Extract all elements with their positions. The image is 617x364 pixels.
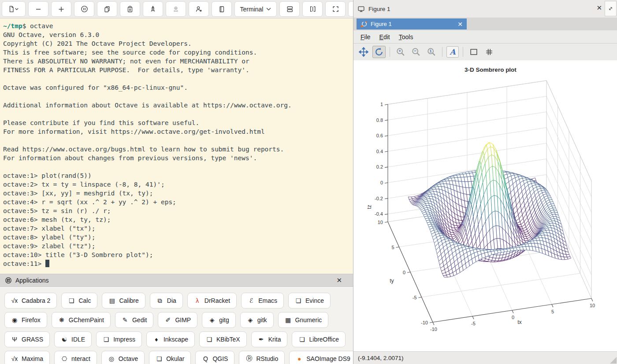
- app-button-firefox[interactable]: ◉Firefox: [4, 312, 47, 328]
- app-button-impress[interactable]: ❏Impress: [96, 331, 142, 347]
- paste-icon: [126, 6, 134, 13]
- app-button-kbibtex[interactable]: ❏KBibTeX: [199, 331, 247, 347]
- svg-text:5: 5: [391, 245, 394, 250]
- app-row: √xCadabra 2❏Calc▤Calibre⧉DiaλDrRacketℰEm…: [4, 293, 349, 309]
- sombrero-mesh-plot: -10-505101050-5-1010.80.60.40.20-0.2-0.4…: [353, 60, 617, 351]
- detach-window-button[interactable]: [605, 1, 617, 16]
- new-tab-button[interactable]: [2, 1, 26, 17]
- toggle-grid-button[interactable]: [483, 46, 496, 58]
- terminal-line: There is ABSOLUTELY NO WARRANTY; not eve…: [3, 57, 353, 66]
- kill-button[interactable]: [166, 1, 186, 17]
- figure-pane-close-button[interactable]: ✕: [596, 4, 602, 12]
- app-button-inkscape[interactable]: ♦Inkscape: [146, 331, 195, 347]
- app-button-rstudio[interactable]: ⓇRStudio: [239, 351, 285, 364]
- rotate-tool-button[interactable]: [372, 46, 386, 58]
- prompt-path: ~/tmp: [3, 22, 22, 29]
- math-sqrt-icon: √x: [11, 297, 18, 304]
- split-vertical-button[interactable]: [302, 1, 323, 17]
- app-button-saoimage-ds9[interactable]: ●SAOImage DS9: [289, 351, 353, 364]
- autoscale-tool-button[interactable]: 1: [425, 46, 438, 58]
- terminal-cursor: [45, 260, 49, 267]
- app-button-cadabra-2[interactable]: √xCadabra 2: [4, 293, 57, 309]
- app-button-gitg[interactable]: ◈gitg: [202, 312, 236, 328]
- app-button-calc[interactable]: ❏Calc: [61, 293, 97, 309]
- lambda-icon: λ: [194, 297, 201, 304]
- terminal-line: octave:1> plot(rand(5)): [3, 171, 353, 180]
- app-button-grass[interactable]: ΨGRASS: [4, 331, 50, 347]
- figure-toolbar: + − 1 A: [353, 44, 617, 60]
- fullscreen-icon: [332, 5, 339, 13]
- terminal-line: This is free software; see the source co…: [3, 48, 353, 57]
- cursor-coordinates: (-9.1404, 2.0071): [358, 355, 404, 361]
- pan-icon: [359, 47, 368, 57]
- svg-text:0: 0: [512, 315, 514, 320]
- app-label: Gnumeric: [295, 316, 322, 324]
- terminal-pane: Terminal ~/tmp$ octave GNU Octave, versi…: [0, 0, 353, 364]
- zoom-in-tool-button[interactable]: +: [394, 46, 407, 58]
- terminal-line: octave:5> tz = sin (r) ./ r;: [3, 206, 353, 215]
- remove-user-button[interactable]: [189, 1, 209, 17]
- figure-window-close-button[interactable]: ✕: [457, 21, 463, 28]
- menu-edit[interactable]: Edit: [375, 32, 394, 42]
- app-label: Inkscape: [164, 336, 188, 343]
- app-button-gimp[interactable]: ✐GIMP: [158, 312, 197, 328]
- menu-file[interactable]: File: [357, 32, 375, 42]
- svg-text:-0.4: -0.4: [375, 211, 383, 217]
- app-button-octave[interactable]: ◎Octave: [101, 351, 145, 364]
- figure-canvas[interactable]: -10-505101050-5-1010.80.60.40.20-0.2-0.4…: [353, 60, 617, 351]
- app-label: GChemPaint: [69, 316, 104, 324]
- menu-tools[interactable]: Tools: [395, 32, 417, 42]
- app-button-gchempaint[interactable]: ❋GChemPaint: [52, 312, 111, 328]
- terminal-line: [3, 92, 353, 101]
- toggle-axes-button[interactable]: [467, 46, 480, 58]
- paste-button[interactable]: [120, 1, 140, 17]
- zoom-in-button[interactable]: [51, 1, 71, 17]
- split-vertical-icon: [309, 5, 316, 13]
- terminal-line: Copyright (C) 2021 The Octave Project De…: [3, 39, 353, 48]
- copy-button[interactable]: [97, 1, 117, 17]
- app-button-drracket[interactable]: λDrRacket: [187, 293, 237, 309]
- app-button-gedit[interactable]: ✎Gedit: [115, 312, 153, 328]
- resize-grip[interactable]: [610, 357, 617, 364]
- launch-button[interactable]: [143, 1, 163, 17]
- app-button-okular[interactable]: ❏Okular: [149, 351, 191, 364]
- figure-window-titlebar[interactable]: Figure 1 ✕: [357, 18, 467, 29]
- chevron-down-icon: [266, 7, 271, 11]
- app-label: Calc: [78, 297, 91, 304]
- app-button-idle[interactable]: ☯IDLE: [54, 331, 92, 347]
- current-prompt: octave:11>: [3, 260, 45, 267]
- app-button-gitk[interactable]: ◈gitk: [240, 312, 274, 328]
- fullscreen-button[interactable]: [325, 1, 346, 17]
- app-button-qgis[interactable]: QQGIS: [195, 351, 234, 364]
- app-button-krita[interactable]: ✒Krita: [251, 331, 288, 347]
- app-button-gnumeric[interactable]: ▦Gnumeric: [278, 312, 329, 328]
- figure-outer-titlebar: Figure 1 ✕: [353, 0, 617, 18]
- zoom-out-button[interactable]: [28, 1, 48, 17]
- svg-text:0.4: 0.4: [376, 149, 383, 154]
- copy-icon: [104, 6, 111, 13]
- app-label: Calibre: [119, 297, 138, 304]
- app-button-emacs[interactable]: ℰEmacs: [241, 293, 284, 309]
- terminal-type-dropdown[interactable]: Terminal: [234, 1, 277, 17]
- app-button-evince[interactable]: ❏Evince: [288, 293, 331, 309]
- split-horizontal-button[interactable]: [279, 1, 300, 17]
- pan-tool-button[interactable]: [357, 46, 370, 58]
- insert-text-button[interactable]: A: [446, 46, 459, 58]
- app-button-dia[interactable]: ⧉Dia: [150, 293, 183, 309]
- document-icon: ❏: [156, 355, 163, 362]
- zoom-out-tool-button[interactable]: −: [409, 46, 423, 58]
- rotate-icon: [374, 47, 384, 57]
- applications-close-button[interactable]: ✕: [336, 276, 342, 284]
- terminal[interactable]: ~/tmp$ octave GNU Octave, version 6.3.0C…: [0, 18, 353, 274]
- app-button-calibre[interactable]: ▤Calibre: [102, 293, 145, 309]
- app-label: Krita: [268, 336, 281, 343]
- app-button-maxima[interactable]: √xMaxima: [4, 351, 50, 364]
- python-icon: ☯: [61, 336, 68, 343]
- pause-button[interactable]: [74, 1, 94, 17]
- app-button-nteract[interactable]: ⎔nteract: [54, 351, 97, 364]
- paintbrush-icon: ✐: [164, 316, 171, 324]
- app-button-libreoffice[interactable]: ❏LibreOffice: [292, 331, 345, 347]
- typed-command: octave: [26, 22, 53, 29]
- molecule-icon: ❋: [58, 316, 65, 324]
- notebook-button[interactable]: [212, 1, 232, 17]
